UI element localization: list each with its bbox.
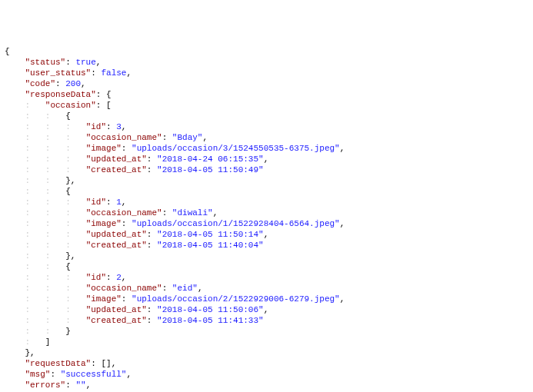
- token-col: :: [65, 380, 75, 390]
- token-pun: {: [65, 262, 71, 271]
- token-key: "image": [86, 294, 122, 304]
- token-faint: : : :: [5, 165, 86, 174]
- token-pun: ,: [86, 380, 92, 390]
- token-faint: : : :: [5, 316, 86, 325]
- token-faint: : : :: [5, 230, 86, 239]
- token-str: "2018-04-05 11:40:04": [157, 241, 264, 250]
- token-key: "code": [25, 79, 55, 88]
- token-pun: ,: [264, 154, 269, 164]
- token-pun: },: [65, 176, 75, 185]
- token-pun: ,: [213, 208, 218, 218]
- token-str: "uploads/occasion/1/1522928404-6564.jpeg…: [132, 219, 340, 228]
- token-col: :: [162, 208, 172, 218]
- token-str: "Bday": [172, 133, 203, 142]
- token-pun: ,: [340, 219, 345, 228]
- token-key: "created_at": [86, 316, 147, 325]
- token-pun: },: [5, 348, 35, 357]
- token-faint: : : :: [5, 284, 86, 293]
- token-key: "id": [86, 273, 106, 282]
- code-line: : : : "id": 2,: [5, 272, 528, 283]
- token-pun: ,: [202, 133, 208, 142]
- token-pun: [5, 359, 25, 368]
- token-pun: ,: [340, 144, 345, 153]
- token-col: :: [106, 122, 116, 131]
- token-pun: {: [65, 111, 71, 121]
- token-faint: : :: [5, 176, 65, 185]
- token-str: "eid": [172, 284, 198, 293]
- token-col: :: [147, 305, 157, 314]
- token-str: "2018-04-05 11:50:06": [157, 305, 264, 314]
- token-pun: [5, 79, 25, 88]
- code-line: : : : "occasion_name": "Bday",: [5, 132, 528, 143]
- token-col: :: [106, 273, 116, 282]
- token-key: "msg": [25, 370, 50, 379]
- token-key: "occasion_name": [86, 284, 162, 293]
- token-faint: :: [5, 337, 45, 347]
- token-str: "": [75, 380, 85, 390]
- code-line: : : },: [5, 175, 528, 186]
- token-faint: :: [5, 101, 45, 110]
- token-pun: [],: [101, 359, 116, 368]
- code-line: : : : "occasion_name": "eid",: [5, 283, 528, 294]
- token-pun: [5, 90, 25, 99]
- code-line: : "occasion": [: [5, 100, 528, 111]
- token-faint: : :: [5, 111, 65, 121]
- token-faint: : : :: [5, 294, 86, 304]
- token-faint: : : :: [5, 122, 86, 131]
- token-key: "responseData": [25, 90, 95, 99]
- token-pun: {: [106, 90, 112, 99]
- token-key: "occasion": [45, 101, 96, 110]
- code-line: : : : "image": "uploads/occasion/1/15229…: [5, 218, 528, 229]
- token-faint: : : :: [5, 219, 86, 228]
- code-line: },: [5, 347, 528, 358]
- code-line: : : : "id": 1,: [5, 197, 528, 208]
- token-faint: : : :: [5, 273, 86, 282]
- token-col: :: [122, 219, 132, 228]
- code-line: {: [5, 46, 528, 57]
- token-pun: ,: [81, 79, 86, 88]
- token-lit: true: [75, 58, 95, 67]
- code-line: : : : "updated_at": "2018-04-05 11:50:06…: [5, 304, 528, 315]
- token-pun: ,: [264, 305, 269, 314]
- token-key: "user_status": [25, 68, 91, 78]
- token-pun: {: [5, 47, 10, 56]
- code-line: : : : "created_at": "2018-04-05 11:41:33…: [5, 315, 528, 326]
- token-pun: ,: [96, 58, 102, 67]
- token-lit: false: [101, 68, 126, 78]
- code-line: "errors": "",: [5, 380, 528, 390]
- token-pun: ,: [122, 122, 127, 131]
- code-line: : : {: [5, 186, 528, 197]
- token-str: "diwali": [172, 208, 213, 218]
- token-key: "updated_at": [86, 230, 147, 239]
- token-str: "uploads/occasion/2/1522929006-6279.jpeg…: [132, 294, 340, 304]
- token-col: :: [122, 144, 132, 153]
- token-col: :: [96, 101, 106, 110]
- token-col: :: [147, 154, 157, 164]
- token-key: "created_at": [86, 241, 147, 250]
- code-line: : ]: [5, 337, 528, 347]
- token-str: "2018-04-05 11:50:49": [157, 165, 264, 174]
- token-pun: ,: [340, 294, 345, 304]
- token-pun: [5, 58, 25, 67]
- code-line: : : : "updated_at": "2018-04-24 06:15:35…: [5, 154, 528, 164]
- code-line: "user_status": false,: [5, 68, 528, 78]
- token-pun: [: [106, 101, 112, 110]
- token-str: "uploads/occasion/3/1524550535-6375.jpeg…: [132, 144, 340, 153]
- token-col: :: [122, 294, 132, 304]
- token-col: :: [147, 316, 157, 325]
- token-faint: : : :: [5, 154, 86, 164]
- token-key: "id": [86, 122, 106, 131]
- code-line: : : : "occasion_name": "diwali",: [5, 208, 528, 218]
- token-faint: : : :: [5, 208, 86, 218]
- token-pun: [5, 380, 25, 390]
- token-faint: : : :: [5, 198, 86, 207]
- code-line: : : {: [5, 111, 528, 121]
- token-pun: {: [65, 187, 71, 196]
- token-faint: : : :: [5, 305, 86, 314]
- token-col: :: [147, 230, 157, 239]
- token-str: "2018-04-05 11:50:14": [157, 230, 264, 239]
- token-pun: ,: [126, 68, 132, 78]
- token-pun: ,: [198, 284, 203, 293]
- token-key: "id": [86, 198, 106, 207]
- token-str: "2018-04-24 06:15:35": [157, 154, 264, 164]
